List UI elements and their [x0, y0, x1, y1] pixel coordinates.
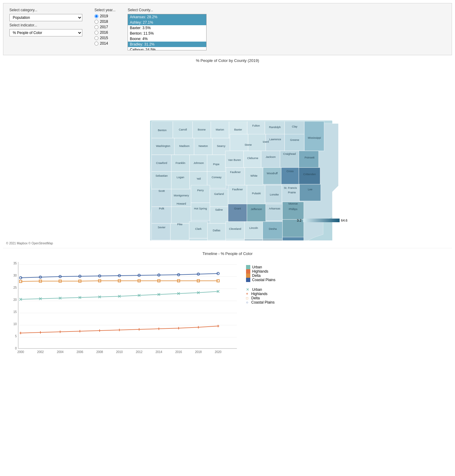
svg-rect-60: [282, 219, 304, 238]
svg-text:Lawrence: Lawrence: [269, 138, 281, 141]
svg-text:Sebastian: Sebastian: [156, 174, 168, 177]
svg-rect-51: [266, 204, 282, 221]
highlands-line-label: Highlands: [251, 292, 267, 296]
chart-section: Timeline - % People of Color 35 30 25 20…: [3, 248, 452, 356]
timeline-chart: 35 30 25 20 15 10 5 0: [3, 259, 240, 356]
svg-rect-47: [191, 203, 210, 220]
arkansas-map: Benton Carroll Boone Marion Baxter Fulto…: [83, 64, 372, 240]
year-label: Select year...: [94, 8, 115, 12]
svg-text:25: 25: [13, 286, 17, 289]
county-group: Select County... Arkansas: 28.2%Ashley: …: [128, 8, 207, 50]
svg-text:Carroll: Carroll: [179, 128, 187, 131]
svg-text:Grant: Grant: [234, 207, 241, 210]
svg-rect-33: [263, 168, 281, 184]
svg-text:Lee: Lee: [308, 188, 312, 191]
indicator-select[interactable]: % People of Color: [9, 29, 82, 36]
highlands-color: [246, 269, 250, 274]
county-list-item[interactable]: Arkansas: 28.2%: [128, 14, 206, 20]
svg-text:Greene: Greene: [290, 138, 299, 141]
year-radio-label: 2014: [100, 41, 108, 46]
year-radio[interactable]: [94, 20, 98, 24]
svg-text:Faulkner: Faulkner: [230, 171, 241, 174]
legend-max: 64.6: [341, 219, 347, 222]
svg-text:Marion: Marion: [216, 128, 224, 131]
category-label: Select category...: [9, 8, 82, 12]
year-radio[interactable]: [94, 14, 98, 18]
svg-text:Yell: Yell: [197, 177, 201, 180]
year-radio-item: 2017: [94, 25, 115, 29]
svg-text:Saline: Saline: [215, 208, 223, 211]
svg-text:Randolph: Randolph: [269, 126, 281, 129]
svg-text:Baxter: Baxter: [234, 128, 242, 131]
county-list-item[interactable]: Ashley: 27.1%: [128, 20, 206, 25]
map-container: Benton Carroll Boone Marion Baxter Fulto…: [83, 64, 372, 240]
year-radio-item: 2016: [94, 30, 115, 35]
delta-label: Delta: [252, 274, 261, 278]
svg-text:Benton: Benton: [158, 129, 167, 132]
svg-rect-28: [171, 172, 190, 189]
year-radio-item: 2014: [94, 41, 115, 46]
svg-rect-24: [261, 151, 280, 168]
mapbox-credit: © 2021 Mapbox © OpenStreetMap: [6, 242, 452, 245]
indicator-label: Select indicator...: [9, 23, 82, 27]
map-section: % People of Color by County (2019): [3, 58, 452, 245]
svg-text:Jackson: Jackson: [265, 155, 275, 158]
svg-text:20: 20: [13, 298, 17, 301]
svg-rect-64: [207, 240, 226, 240]
delta-color: [246, 274, 250, 278]
county-list-item[interactable]: Baxter: 3.5%: [128, 25, 206, 31]
svg-text:Dallas: Dallas: [213, 229, 221, 232]
svg-text:2014: 2014: [156, 350, 162, 354]
svg-text:White: White: [250, 174, 257, 177]
year-radio[interactable]: [94, 31, 98, 35]
year-radio-label: 2015: [100, 36, 108, 40]
coastal-color: [246, 278, 250, 282]
county-list-item[interactable]: Calhoun: 24.5%: [128, 47, 206, 50]
svg-text:Cleveland: Cleveland: [229, 227, 241, 230]
year-radio-item: 2015: [94, 36, 115, 40]
legend-urban-line: ✕ Urban: [246, 287, 275, 292]
svg-text:Johnson: Johnson: [193, 162, 204, 165]
legend-highlands-line: + Highlands: [246, 292, 275, 296]
county-list-item[interactable]: Benton: 11.5%: [128, 31, 206, 36]
svg-text:Craighead: Craighead: [283, 152, 296, 155]
svg-text:Clay: Clay: [292, 125, 298, 128]
year-radio-label: 2016: [100, 30, 108, 35]
county-list-item[interactable]: Boone: 4%: [128, 36, 206, 42]
svg-text:Newton: Newton: [199, 144, 208, 148]
legend-color-bar: [303, 219, 340, 222]
svg-text:Lonoke: Lonoke: [270, 193, 279, 196]
svg-rect-13: [230, 134, 248, 151]
svg-text:Pike: Pike: [177, 223, 183, 226]
svg-text:0: 0: [15, 347, 17, 350]
svg-rect-61: [152, 240, 170, 240]
svg-text:Poinsett: Poinsett: [305, 156, 315, 159]
year-radio[interactable]: [94, 42, 98, 46]
svg-rect-31: [226, 168, 245, 185]
year-radio[interactable]: [94, 25, 98, 29]
svg-text:Garland: Garland: [214, 192, 224, 195]
year-radio-item: 2018: [94, 19, 115, 24]
svg-text:5: 5: [15, 335, 17, 338]
highlands-label: Highlands: [252, 269, 268, 274]
svg-text:Arkansas: Arkansas: [269, 207, 280, 210]
svg-rect-39: [210, 189, 228, 207]
year-radio[interactable]: [94, 36, 98, 40]
svg-text:Searcy: Searcy: [217, 144, 226, 148]
map-title: % People of Color by County (2019): [3, 58, 452, 63]
category-select[interactable]: Population: [9, 14, 82, 21]
coastal-label: Coastal Plains: [252, 278, 275, 282]
chart-title: Timeline - % People of Color: [3, 251, 452, 256]
svg-text:Logan: Logan: [176, 176, 184, 179]
svg-text:Franklin: Franklin: [176, 162, 185, 165]
county-label: Select County...: [128, 8, 207, 12]
county-list[interactable]: Arkansas: 28.2%Ashley: 27.1%Baxter: 3.5%…: [128, 14, 207, 50]
svg-text:Cleburne: Cleburne: [247, 157, 258, 160]
svg-rect-63: [189, 238, 207, 240]
highlands-plus-symbol: +: [246, 292, 248, 296]
svg-text:2018: 2018: [195, 350, 202, 354]
svg-rect-62: [170, 240, 189, 240]
svg-text:Clark: Clark: [195, 227, 202, 230]
county-list-item[interactable]: Bradley: 31.2%: [128, 42, 206, 47]
year-radio-label: 2019: [100, 14, 108, 18]
